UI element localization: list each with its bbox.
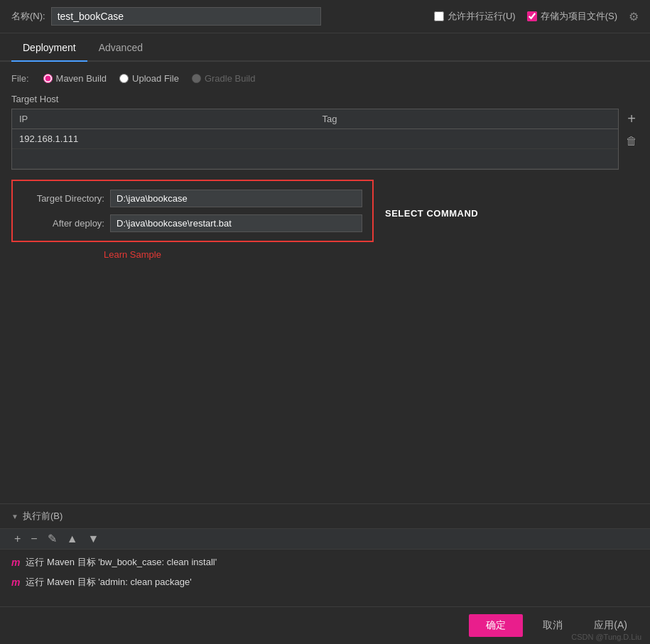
maven-icon-2: m xyxy=(11,577,20,588)
name-label: 名称(N): xyxy=(11,10,45,23)
delete-host-button[interactable]: 🗑 xyxy=(624,134,639,148)
col-ip: IP xyxy=(12,109,315,129)
exec-toolbar: + − ✎ ▲ ▼ xyxy=(0,528,650,550)
host-table: IP Tag 192.168.1.111 xyxy=(12,109,618,169)
tab-advanced[interactable]: Advanced xyxy=(87,36,154,60)
list-item[interactable]: m 运行 Maven 目标 'admin: clean package' xyxy=(0,572,650,592)
table-row[interactable]: 192.168.1.111 xyxy=(12,129,618,149)
exec-item-text-1: 运行 Maven 目标 'bw_book_case: clean install… xyxy=(26,556,217,569)
radio-maven[interactable]: Maven Build xyxy=(43,73,107,84)
watermark: CSDN @Tung.D.Liu xyxy=(571,633,641,641)
gear-icon[interactable]: ⚙ xyxy=(629,10,639,23)
cell-ip: 192.168.1.111 xyxy=(12,129,315,149)
config-box: Target Directory: After deploy: xyxy=(11,180,374,242)
save-to-project-checkbox[interactable] xyxy=(527,11,537,21)
radio-upload[interactable]: Upload File xyxy=(119,73,179,84)
col-tag: Tag xyxy=(315,109,619,129)
radio-gradle: Gradle Build xyxy=(192,73,256,84)
target-dir-input[interactable] xyxy=(110,190,362,207)
exec-item-text-2: 运行 Maven 目标 'admin: clean package' xyxy=(26,576,191,589)
exec-move-up-button[interactable]: ▲ xyxy=(64,532,81,546)
target-dir-label: Target Directory: xyxy=(23,193,104,204)
save-to-project-label[interactable]: 存储为项目文件(S) xyxy=(527,10,617,23)
before-exec-label: 执行前(B) xyxy=(23,510,63,523)
footer: 确定 取消 应用(A) xyxy=(0,606,650,644)
name-input[interactable] xyxy=(51,7,321,26)
cell-tag xyxy=(315,129,619,149)
collapse-icon: ▼ xyxy=(11,513,18,520)
table-row-empty xyxy=(12,149,618,169)
exec-edit-button[interactable]: ✎ xyxy=(45,532,60,546)
allow-parallel-checkbox[interactable] xyxy=(434,11,444,21)
list-item[interactable]: m 运行 Maven 目标 'bw_book_case: clean insta… xyxy=(0,552,650,572)
exec-remove-button[interactable]: − xyxy=(28,532,40,546)
file-label: File: xyxy=(11,73,29,84)
tab-deployment[interactable]: Deployment xyxy=(11,36,87,60)
before-exec-header[interactable]: ▼ 执行前(B) xyxy=(0,504,650,528)
exec-list: m 运行 Maven 目标 'bw_book_case: clean insta… xyxy=(0,550,650,606)
after-deploy-input[interactable] xyxy=(110,214,362,232)
target-host-label: Target Host xyxy=(11,94,639,104)
maven-icon-1: m xyxy=(11,557,20,568)
confirm-button[interactable]: 确定 xyxy=(469,614,523,637)
allow-parallel-label[interactable]: 允许并行运行(U) xyxy=(434,10,516,23)
select-command-button[interactable]: SELECT COMMAND xyxy=(379,205,484,222)
add-host-button[interactable]: + xyxy=(624,110,639,127)
learn-sample-link[interactable]: Learn Sample xyxy=(104,249,161,260)
exec-move-down-button[interactable]: ▼ xyxy=(85,532,102,546)
cancel-button[interactable]: 取消 xyxy=(531,614,574,637)
exec-add-button[interactable]: + xyxy=(11,532,23,546)
after-deploy-label: After deploy: xyxy=(23,218,104,229)
